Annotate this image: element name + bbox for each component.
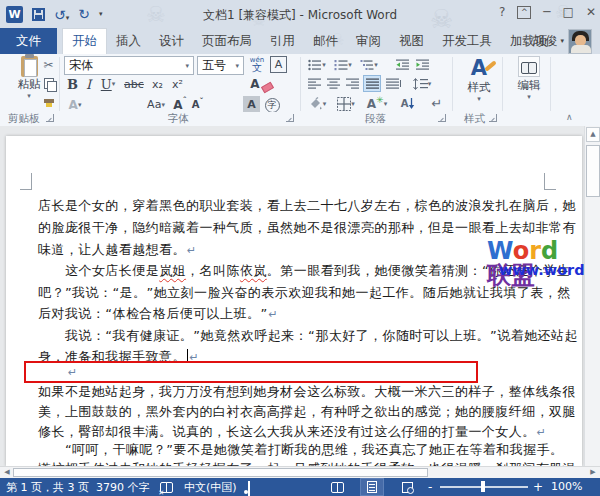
text-effects-button[interactable]: A▾ [64,96,86,113]
group-label-styles: 样式 [464,112,485,126]
horizontal-scrollbar[interactable]: ◀ ▶ [0,466,600,478]
window-controls: ? ^ ─ □ ✕ [499,3,596,21]
tab-引用[interactable]: 引用 [261,28,304,54]
text-line[interactable]: 如果不是她站起身，我万万没有想到她身材会这么标致。大概一米六三的样子，整体线条很 [38,383,578,400]
tab-插入[interactable]: 插入 [107,28,150,54]
tab-file[interactable]: 文件 [0,28,57,54]
text-line[interactable]: 修长，臀部却很丰满。说真的，长这么大我从来还没有过这么仔细的打量一个女人。↵ [38,423,578,441]
justify-button[interactable] [363,75,381,92]
minimize-button[interactable]: ─ [543,3,550,21]
character-border-button[interactable]: A [270,56,287,73]
document-page[interactable]: 店长是个女的，穿着黑色的职业套装，看上去二十七八岁左右，棕色的波浪发扎在脑后，她… [6,136,582,466]
vertical-scrollbar-thumb[interactable] [586,145,600,197]
enclose-characters-button[interactable]: 字 [264,97,280,113]
styles-dialog-launcher[interactable] [489,114,497,122]
text-line[interactable]: 店长是个女的，穿着黑色的职业套装，看上去二十七八岁左右，棕色的波浪发扎在脑后，她 [38,197,578,214]
user-avatar[interactable] [568,29,592,54]
shrink-font-button[interactable]: Aˇ [190,96,205,113]
show-formatting-marks-button[interactable]: ↵ [428,95,446,112]
align-center-button[interactable] [325,76,342,91]
grow-font-button[interactable]: Aˆ [172,96,188,113]
text-line[interactable]: 的脸庞很干净，隐约暗藏着一种气质，虽然她不是很漂亮的那种，但是一眼看上去却非常有 [38,219,578,236]
scroll-right-button[interactable]: ▶ [587,467,599,478]
copy-icon [44,78,55,90]
text-line[interactable]: 我说：“我有健康证。”她竟然欢呼起来：“那太好了，你随时可以上班。”说着她还站起 [38,327,578,344]
paste-icon [21,56,38,77]
character-shading-button[interactable]: A [243,96,260,113]
close-button[interactable]: ✕ [586,3,596,21]
paragraph-mark: ↵ [187,244,197,257]
clipboard-dialog-launcher[interactable] [46,114,54,122]
increase-indent-button[interactable] [414,57,432,72]
tab-页面布局[interactable]: 页面布局 [193,28,261,54]
horizontal-scrollbar-thumb[interactable] [13,468,428,477]
help-button[interactable]: ? [499,3,505,21]
text-line[interactable]: 美，上围鼓鼓的，黑外套内的白衬衣高高撑起，有种呼之欲出的感觉；她的腰腹纤细，双腿 [38,403,578,420]
distribute-button[interactable] [384,76,403,91]
change-case-button[interactable]: Aa▾ [144,96,168,113]
scroll-up-button[interactable]: ▲ [586,127,600,142]
tab-开始[interactable]: 开始 [62,28,107,54]
read-mode-button[interactable] [326,479,348,495]
borders-button[interactable]: ▾ [333,95,359,112]
underline-button[interactable]: U▾ [97,76,119,92]
collapse-ribbon-button[interactable]: ∧ [566,112,573,122]
tab-审阅[interactable]: 审阅 [347,28,390,54]
vertical-scrollbar[interactable]: ▲ [584,126,600,466]
text-line[interactable]: 后对我说：“体检合格后便可以上班。”↵ [38,305,578,323]
paragraph-dialog-launcher[interactable] [438,114,446,122]
macro-record-icon[interactable] [248,481,250,496]
zoom-out-button[interactable]: - [428,480,432,494]
align-right-button[interactable] [344,76,361,91]
page-indicator[interactable]: 第 1 页，共 3 页 [6,480,89,495]
ribbon-display-options-button[interactable]: ^ [517,6,531,19]
zoom-slider-thumb[interactable] [481,481,485,492]
scroll-left-button[interactable]: ◀ [1,467,13,478]
phonetic-guide-button[interactable]: wén 文 [247,55,267,75]
italic-button[interactable]: I [83,76,94,92]
maximize-button[interactable]: □ [563,3,574,21]
zoom-level[interactable]: 100% [551,480,582,493]
asian-layout-button[interactable]: A✳ ▾ [364,95,390,112]
word-count[interactable]: 3790 个字 [96,480,150,495]
bullets-button[interactable]: ▾ [306,57,328,72]
web-layout-button[interactable] [396,479,418,495]
format-painter-button[interactable] [42,95,56,110]
tab-视图[interactable]: 视图 [390,28,433,54]
cut-button[interactable]: ✂ [40,57,57,73]
paragraph-mark: ↵ [68,366,77,379]
font-dialog-launcher[interactable] [286,114,294,122]
text-run: 如果不是她站起身，我万万没有想到她身材会这么标致。大概一米六三的样子，整体线条很 [38,384,576,399]
tab-开发工具[interactable]: 开发工具 [433,28,501,54]
multilevel-list-button[interactable]: ▾ [358,57,380,72]
styles-button[interactable]: A 样式 ▾ [456,56,502,112]
print-layout-button[interactable] [361,479,383,495]
tab-邮件[interactable]: 邮件 [304,28,347,54]
line-spacing-button[interactable]: ▾ [410,75,434,92]
sort-button[interactable]: A [398,95,418,112]
text-run: 后对我说：“体检合格后便可以上班。” [38,306,268,321]
document-area: 店长是个女的，穿着黑色的职业套装，看上去二十七八岁左右，棕色的波浪发扎在脑后，她… [0,126,600,466]
language-indicator[interactable]: 中文(中国) [184,480,237,495]
clear-formatting-button[interactable]: A [244,76,266,92]
font-size-combobox[interactable]: 五号▾ [197,56,244,75]
subscript-button[interactable]: x₂ [149,76,166,92]
text-line[interactable]: “呵呵，干嘛呢？”要不是她微笑着打断我的思维，我还真忘了她正在等着和我握手。 [38,441,578,458]
tab-设计[interactable]: 设计 [150,28,193,54]
strikethrough-button[interactable]: abc [122,76,146,92]
numbering-button[interactable]: ▾ [332,57,354,72]
editing-button[interactable]: 编辑 ▾ [506,56,552,112]
copy-button[interactable] [42,76,56,91]
margin-corner-mark [20,173,32,190]
shading-button[interactable]: ▾ [305,95,329,112]
superscript-button[interactable]: x² [169,76,186,92]
align-left-button[interactable] [306,76,323,91]
zoom-in-button[interactable]: + [533,480,543,494]
font-name-combobox[interactable]: 宋体▾ [64,56,194,75]
format-painter-icon [43,97,56,109]
decrease-indent-button[interactable] [394,57,412,72]
user-account[interactable]: 胡俊▾ [532,28,564,54]
print-layout-icon [367,481,377,493]
text-run: 修长，臀部却很丰满。说真的，长这么大我从来还没有过这么仔细的打量一个女人。 [38,424,536,439]
bold-button[interactable]: B [66,76,79,92]
